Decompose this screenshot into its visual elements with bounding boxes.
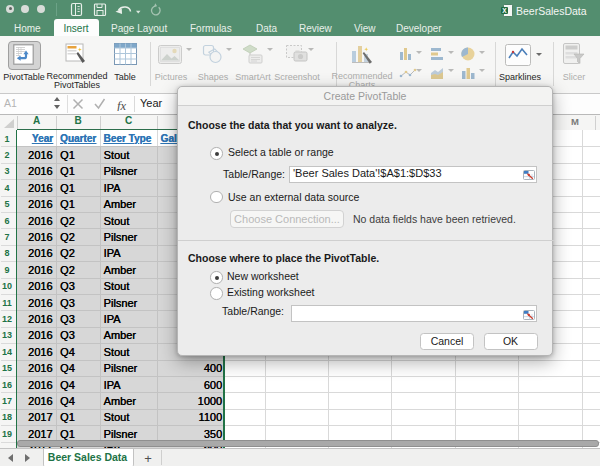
svg-text:fx: fx (117, 98, 126, 111)
svg-text:X: X (502, 7, 507, 14)
